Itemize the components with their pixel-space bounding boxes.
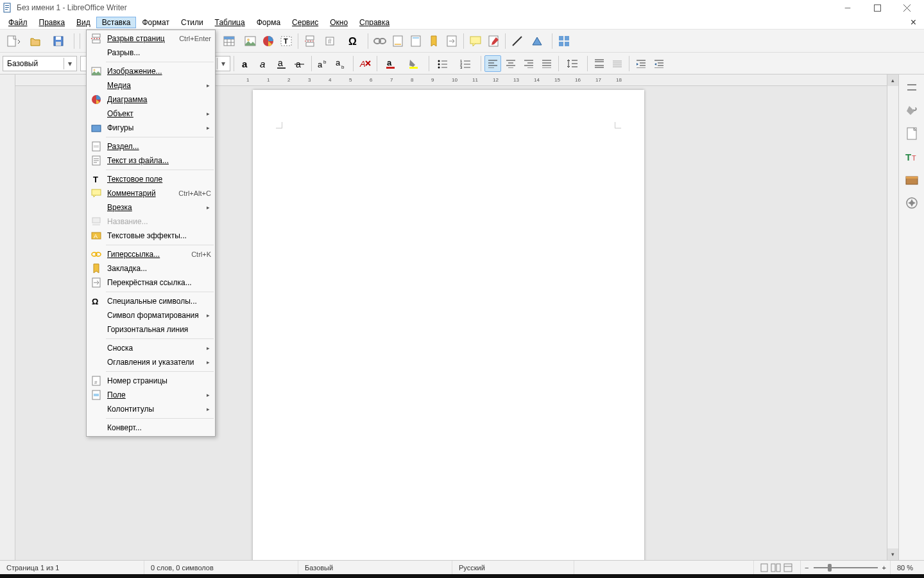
insert-bookmark-button[interactable] (425, 33, 442, 49)
taskbar-telegram-icon[interactable] (89, 574, 118, 578)
decrease-indent-button[interactable] (651, 55, 667, 72)
menu-edit[interactable]: Правка (33, 17, 71, 28)
menu-textfile[interactable]: Текст из файла... (87, 153, 215, 168)
status-view-icons[interactable] (754, 561, 801, 574)
menu-styles[interactable]: Стили (175, 17, 209, 28)
menu-media[interactable]: Медиа▸ (87, 78, 215, 92)
menu-special-char[interactable]: ΩСпециальные символы... (87, 294, 215, 308)
taskbar-qbit-icon[interactable]: q (148, 574, 177, 578)
align-right-button[interactable] (520, 55, 537, 72)
font-color-button[interactable]: a (381, 55, 402, 72)
menu-toc[interactable]: Оглавления и указатели▸ (87, 355, 215, 369)
insert-chart-button[interactable] (260, 33, 277, 49)
menu-fontwork[interactable]: AТекстовые эффекты... (87, 229, 215, 243)
italic-button[interactable]: a (255, 55, 272, 72)
insert-image-button[interactable] (242, 33, 259, 49)
window-minimize[interactable]: ─ (833, 0, 862, 15)
status-words[interactable]: 0 слов, 0 символов (144, 561, 298, 574)
superscript-button[interactable]: ab (315, 55, 332, 72)
line-spacing-button[interactable] (562, 55, 584, 72)
status-style[interactable]: Базовый (298, 561, 452, 574)
menu-textbox[interactable]: TТекстовое поле (87, 172, 215, 186)
status-language[interactable]: Русский (452, 561, 574, 574)
underline-button[interactable]: a (273, 55, 290, 72)
sidebar-settings-icon[interactable] (903, 78, 921, 96)
sidebar-page-icon[interactable] (903, 125, 921, 143)
taskbar-app1-icon[interactable] (118, 574, 148, 578)
bold-button[interactable]: a (237, 55, 254, 72)
menu-view[interactable]: Вид (71, 17, 96, 28)
insert-hyperlink-button[interactable] (372, 33, 388, 49)
menu-frame[interactable]: Врезка▸ (87, 200, 215, 215)
save-button[interactable] (49, 33, 71, 49)
insert-pagebreak-button[interactable] (302, 33, 318, 49)
status-page[interactable]: Страница 1 из 1 (0, 561, 144, 574)
align-center-button[interactable] (502, 55, 519, 72)
menu-field[interactable]: Поле▸ (87, 388, 215, 402)
menu-envelope[interactable]: Конверт... (87, 421, 215, 435)
menu-shapes[interactable]: Фигуры▸ (87, 121, 215, 135)
strikethrough-button[interactable]: a (291, 55, 308, 72)
new-doc-button[interactable] (3, 33, 24, 49)
increase-indent-button[interactable] (633, 55, 649, 72)
bullets-button[interactable] (432, 55, 454, 72)
start-button[interactable] (0, 574, 30, 578)
increase-para-spacing-button[interactable] (591, 55, 608, 72)
highlight-color-button[interactable] (404, 55, 425, 72)
insert-comment-button[interactable] (467, 33, 484, 49)
menu-horizontal-rule[interactable]: Горизонтальная линия (87, 322, 215, 337)
open-button[interactable] (26, 33, 47, 49)
align-justify-button[interactable] (538, 55, 555, 72)
menu-break[interactable]: Разрыв... (87, 46, 215, 60)
menu-window[interactable]: Окно (324, 17, 354, 28)
subscript-button[interactable]: ab (333, 55, 350, 72)
scroll-up-button[interactable]: ▴ (887, 74, 898, 86)
menu-image[interactable]: Изображение... (87, 64, 215, 78)
document-close[interactable]: × (905, 17, 921, 28)
insert-textbox-button[interactable]: T (278, 33, 295, 49)
clear-formatting-button[interactable]: A (357, 55, 373, 72)
taskbar-chrome-icon[interactable] (30, 574, 59, 578)
menu-pagenum[interactable]: #Номер страницы (87, 374, 215, 388)
draw-functions-button[interactable] (556, 33, 572, 49)
menu-bookmark[interactable]: Закладка... (87, 261, 215, 276)
taskbar-folder-icon[interactable] (207, 574, 236, 578)
paragraph-style-combo[interactable]: Базовый▾ (3, 56, 77, 71)
insert-line-button[interactable] (509, 33, 526, 49)
vertical-scrollbar[interactable]: ▴ ▾ (887, 74, 898, 560)
menu-footnote[interactable]: Сноска▸ (87, 341, 215, 355)
menu-crossref[interactable]: Перекрёстная ссылка... (87, 276, 215, 290)
zoom-percent[interactable]: 80 % (891, 561, 924, 574)
menu-help[interactable]: Справка (354, 17, 395, 28)
basic-shapes-button[interactable] (527, 33, 549, 49)
sidebar-navigator-icon[interactable] (903, 194, 921, 212)
numbering-button[interactable]: 123 (456, 55, 477, 72)
menu-form[interactable]: Форма (251, 17, 286, 28)
window-close[interactable] (892, 0, 921, 15)
taskbar-notepad-icon[interactable] (177, 574, 207, 578)
menu-comment[interactable]: КомментарийCtrl+Alt+C (87, 186, 215, 200)
taskbar-canary-icon[interactable] (59, 574, 89, 578)
menu-page-break[interactable]: Разрыв страницCtrl+Enter (87, 31, 215, 46)
menu-formatting-mark[interactable]: Символ форматирования▸ (87, 308, 215, 322)
menu-hyperlink[interactable]: Гиперссылка...Ctrl+K (87, 247, 215, 261)
insert-field-button[interactable]: # (320, 33, 341, 49)
window-maximize[interactable] (862, 0, 892, 15)
scroll-down-button[interactable]: ▾ (887, 548, 898, 560)
menu-chart[interactable]: Диаграмма (87, 92, 215, 107)
insert-endnote-button[interactable] (407, 33, 424, 49)
menu-service[interactable]: Сервис (286, 17, 324, 28)
menu-format[interactable]: Формат (136, 17, 175, 28)
menu-table[interactable]: Таблица (209, 17, 251, 28)
sidebar-styles-icon[interactable]: TT (903, 148, 921, 166)
insert-special-char-button[interactable]: Ω (343, 33, 364, 49)
taskbar-writer-icon[interactable] (236, 574, 266, 578)
menu-headerfooter[interactable]: Колонтитулы▸ (87, 402, 215, 416)
sidebar-properties-icon[interactable] (903, 101, 921, 119)
sidebar-gallery-icon[interactable] (903, 171, 921, 189)
insert-footnote-button[interactable] (389, 33, 406, 49)
insert-crossref-button[interactable] (443, 33, 460, 49)
menu-object[interactable]: Объект▸ (87, 107, 215, 121)
menu-insert[interactable]: Вставка (96, 17, 137, 28)
insert-table-button[interactable] (219, 33, 241, 49)
